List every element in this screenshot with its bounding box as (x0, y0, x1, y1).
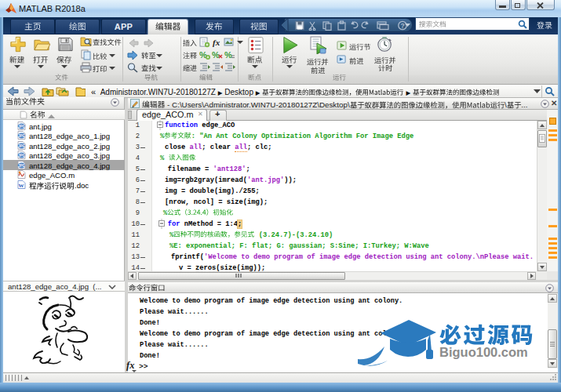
svg-text:JPG: JPG (18, 154, 26, 158)
svg-text:fx: fx (213, 38, 220, 47)
svg-text:JPG: JPG (18, 164, 26, 168)
svg-text:%: % (212, 50, 220, 60)
svg-text:W: W (19, 183, 24, 189)
svg-text:JPG: JPG (18, 144, 26, 148)
svg-text:JPG: JPG (18, 134, 26, 138)
svg-text:%: % (224, 50, 232, 60)
svg-text:?: ? (400, 22, 404, 30)
svg-text:JPG: JPG (18, 125, 26, 129)
